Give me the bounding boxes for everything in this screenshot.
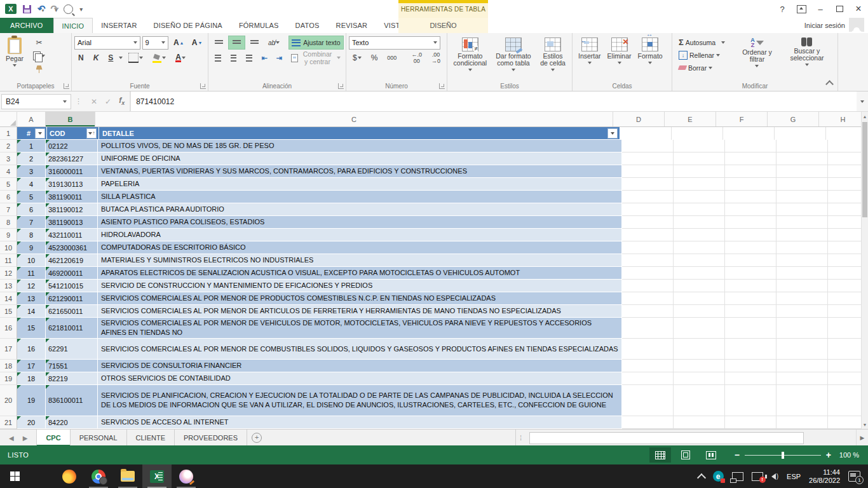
- font-family-combo[interactable]: Arial: [74, 36, 140, 50]
- cell[interactable]: [674, 416, 725, 429]
- cell-detalle[interactable]: SERVICIOS COMERCIALES AL POR MENOR DE VE…: [98, 318, 622, 339]
- cell[interactable]: [622, 360, 674, 372]
- cell-num[interactable]: 9: [17, 241, 46, 254]
- grow-font-button[interactable]: A▲: [170, 36, 187, 49]
- cell-num[interactable]: 18: [17, 372, 46, 385]
- tab-insertar[interactable]: INSERTAR: [93, 18, 145, 33]
- hidden-icons-chevron[interactable]: [697, 473, 706, 482]
- row-number[interactable]: 21: [0, 416, 17, 429]
- cell-num[interactable]: 8: [17, 229, 46, 241]
- cell[interactable]: [620, 127, 672, 140]
- cell[interactable]: [674, 360, 725, 372]
- align-left-button[interactable]: [211, 51, 225, 64]
- redo-button[interactable]: ↷▾: [51, 4, 58, 14]
- select-all-corner[interactable]: [0, 112, 17, 126]
- cell-cod[interactable]: 4523000361: [46, 241, 98, 254]
- cell[interactable]: [828, 372, 862, 385]
- row-number[interactable]: 18: [0, 360, 17, 372]
- borders-button[interactable]: [125, 51, 147, 64]
- excel-logo-icon[interactable]: X: [5, 4, 17, 14]
- cell-cod[interactable]: 621290011: [46, 292, 98, 305]
- antivirus-tray-icon[interactable]: e: [713, 471, 724, 482]
- taskbar-chrome[interactable]: [84, 464, 113, 488]
- cell[interactable]: [725, 416, 776, 429]
- cell[interactable]: [725, 305, 776, 318]
- row-number[interactable]: 15: [0, 305, 17, 318]
- cell-num[interactable]: 6: [17, 203, 46, 216]
- cell[interactable]: [674, 203, 725, 216]
- decrease-indent-button[interactable]: ⇤: [258, 51, 271, 64]
- cell[interactable]: [725, 385, 776, 416]
- cell-cod[interactable]: 621810011: [46, 318, 98, 339]
- cell[interactable]: [776, 292, 828, 305]
- cell[interactable]: [828, 292, 862, 305]
- column-header-h[interactable]: H: [819, 112, 867, 126]
- name-box[interactable]: B24: [1, 94, 71, 109]
- help-button[interactable]: ?: [773, 0, 792, 18]
- cell[interactable]: [622, 305, 674, 318]
- cell[interactable]: [725, 318, 776, 339]
- currency-button[interactable]: $: [349, 51, 365, 64]
- font-color-button[interactable]: A: [172, 51, 189, 64]
- cell-num[interactable]: 20: [17, 416, 46, 429]
- row-number[interactable]: 17: [0, 339, 17, 360]
- cell[interactable]: [622, 203, 674, 216]
- cancel-entry-icon[interactable]: ✕: [91, 97, 97, 106]
- scroll-down-arrow[interactable]: ▼: [862, 420, 868, 429]
- row-number[interactable]: 4: [0, 165, 17, 178]
- cell-num[interactable]: 5: [17, 191, 46, 203]
- cell-detalle[interactable]: PAPELERIA: [98, 178, 622, 191]
- cell[interactable]: [674, 305, 725, 318]
- cell[interactable]: [622, 318, 674, 339]
- cell-detalle[interactable]: OTROS SERVICIOS DE CONTABILIDAD: [98, 372, 622, 385]
- shrink-font-button[interactable]: A▼: [189, 36, 205, 49]
- cell[interactable]: [674, 140, 725, 152]
- cell-detalle[interactable]: APARATOS ELECTRICOS DE SENALIZACION ACUS…: [98, 267, 622, 280]
- cell[interactable]: [723, 127, 775, 140]
- cell-detalle[interactable]: MATERIALES Y SUMINISTROS ELECTRICOS NO I…: [98, 254, 622, 267]
- cell[interactable]: [725, 229, 776, 241]
- cell[interactable]: [725, 360, 776, 372]
- ribbon-display-options-button[interactable]: [792, 0, 811, 18]
- cell[interactable]: [674, 267, 725, 280]
- cell-num[interactable]: 10: [17, 254, 46, 267]
- wrap-text-button[interactable]: Ajustar texto: [289, 36, 342, 49]
- column-header-g[interactable]: G: [768, 112, 819, 126]
- zoom-slider[interactable]: [745, 455, 821, 456]
- column-header-d[interactable]: D: [613, 112, 665, 126]
- cell[interactable]: [674, 178, 725, 191]
- cell[interactable]: [725, 203, 776, 216]
- cell[interactable]: [725, 339, 776, 360]
- column-header-a[interactable]: A: [17, 112, 46, 126]
- start-button[interactable]: [0, 464, 29, 488]
- fill-color-button[interactable]: [149, 51, 170, 64]
- insert-function-icon[interactable]: fx: [119, 96, 125, 106]
- cell-num[interactable]: 7: [17, 216, 46, 229]
- insert-cells-button[interactable]: Insertar: [575, 35, 604, 81]
- cell-cod[interactable]: 381190012: [46, 203, 98, 216]
- row-number[interactable]: 2: [0, 140, 17, 152]
- header-cell-detalle[interactable]: DETALLE: [99, 127, 620, 140]
- cell-cod[interactable]: 84220: [46, 416, 98, 429]
- taskbar-paint[interactable]: [172, 464, 201, 488]
- zoom-out-button[interactable]: −: [735, 451, 740, 459]
- cell[interactable]: [674, 385, 725, 416]
- tab-formulas[interactable]: FÓRMULAS: [231, 18, 287, 33]
- row-number[interactable]: 5: [0, 178, 17, 191]
- cell[interactable]: [776, 360, 828, 372]
- print-preview-icon[interactable]: [64, 4, 73, 14]
- namebox-splitter[interactable]: ⋮: [75, 97, 82, 105]
- language-indicator[interactable]: ESP: [787, 473, 801, 480]
- cell[interactable]: [725, 165, 776, 178]
- cell[interactable]: [725, 280, 776, 292]
- tab-archivo[interactable]: ARCHIVO: [0, 18, 53, 33]
- cell[interactable]: [622, 416, 674, 429]
- taskbar-file-explorer[interactable]: [113, 464, 142, 488]
- row-number[interactable]: 9: [0, 229, 17, 241]
- cell[interactable]: [776, 191, 828, 203]
- sheet-tab-proveedores[interactable]: PROVEEDORES: [175, 430, 247, 446]
- alignment-dialog-launcher[interactable]: [338, 83, 344, 89]
- merge-center-button[interactable]: Combinar y centrar: [288, 51, 343, 64]
- cell-detalle[interactable]: SERVICIOS COMERCIALES AL POR MENOR DE PR…: [98, 292, 622, 305]
- cell[interactable]: [776, 216, 828, 229]
